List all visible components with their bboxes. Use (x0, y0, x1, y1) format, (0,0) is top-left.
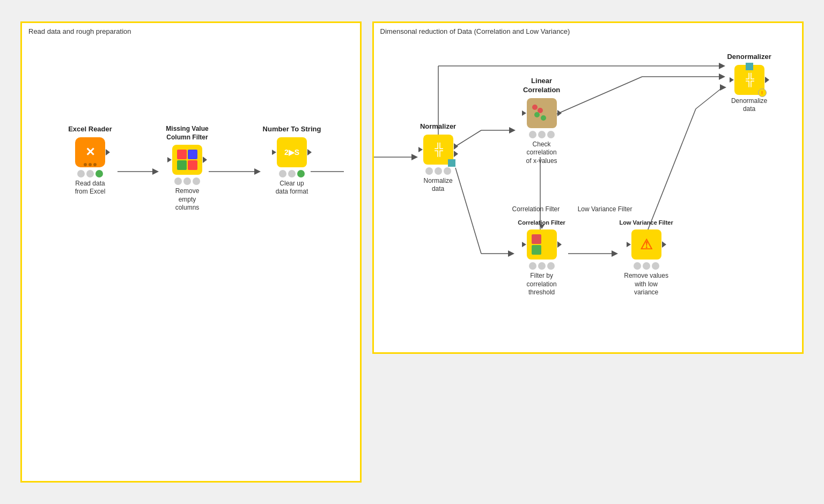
svg-marker-3 (254, 168, 261, 175)
status-dot-2 (288, 170, 296, 177)
panel-left-title: Read data and rough preparation (28, 27, 131, 35)
panel-left: Read data and rough preparation Excel Re… (20, 21, 362, 483)
status-dot-1 (529, 262, 536, 270)
missing-value-label-top: Missing ValueColumn Filter (166, 125, 208, 142)
normalizer-label-top: Normalizer (420, 122, 456, 131)
excel-icon-symbol: ✕ (85, 145, 95, 159)
filter-group-label: Correlation Filter Low Variance Filter (512, 205, 652, 213)
excel-reader-status (77, 170, 103, 177)
normalizer-label-bottom: Normalizedata (424, 177, 453, 194)
missing-value-icon[interactable] (172, 145, 202, 175)
linear-correlation-status (529, 131, 555, 138)
node-correlation-filter[interactable]: Correlation Filter Filter bycorrelationt… (512, 219, 571, 297)
normalizer-port-right-1 (454, 143, 458, 150)
status-dot-1 (425, 167, 433, 175)
status-dot-3 (547, 262, 555, 270)
status-dot-2 (538, 131, 546, 138)
number-to-string-icon[interactable]: 2▶S (277, 137, 307, 167)
denormalizer-label-top: Denormalizer (727, 53, 771, 62)
normalizer-port-right-2 (454, 151, 458, 157)
node-number-to-string[interactable]: Number To String 2▶S Clear updata format (262, 125, 321, 196)
missing-value-status (174, 177, 200, 185)
teal-badge-top (746, 63, 753, 70)
status-dot-3 (547, 131, 555, 138)
number-to-string-symbol: 2▶S (284, 148, 299, 157)
correlation-filter-status (529, 262, 555, 270)
number-to-string-status (279, 170, 305, 177)
correlation-filter-label-bottom: Filter bycorrelationthreshold (527, 272, 557, 297)
status-dot-3 (652, 262, 659, 270)
status-dot-3 (95, 170, 103, 177)
excel-reader-label-bottom: Read datafrom Excel (75, 180, 106, 196)
correlation-filter-icon[interactable] (527, 229, 557, 260)
low-variance-icon[interactable]: ⚠ (631, 229, 661, 260)
denormalizer-symbol: ╬ (746, 73, 753, 87)
status-dot-3 (193, 177, 200, 185)
normalizer-status (425, 167, 451, 175)
status-dot-2 (183, 177, 191, 185)
node-low-variance-filter[interactable]: Low Variance Filter ⚠ Remove valueswith … (614, 219, 679, 297)
low-variance-status (634, 262, 659, 270)
normalizer-symbol: ╬ (435, 143, 442, 157)
normalizer-icon[interactable]: ╬ (423, 135, 453, 165)
normalizer-port-left (418, 147, 423, 152)
status-dot-2 (86, 170, 94, 177)
warning-badge: ! (758, 88, 767, 97)
panel-right-title: Dimensonal reduction of Data (Correlatio… (380, 27, 570, 35)
linear-correlation-icon[interactable] (527, 98, 557, 128)
status-dot-2 (643, 262, 650, 270)
low-variance-label-top: Low Variance Filter (619, 219, 673, 226)
status-dot-1 (174, 177, 182, 185)
status-dot-1 (634, 262, 641, 270)
status-dot-1 (529, 131, 536, 138)
canvas: Read data and rough preparation Excel Re… (10, 11, 814, 493)
status-dot-3 (297, 170, 305, 177)
left-connections (22, 23, 360, 481)
number-to-string-label-bottom: Clear updata format (276, 180, 308, 196)
node-linear-correlation[interactable]: Linear Correlation Checkcorrelationof x-… (512, 77, 571, 166)
node-denormalizer[interactable]: Denormalizer ╬ ! Denormalizedata (720, 53, 779, 114)
linear-correlation-label-top: Linear Correlation (512, 77, 571, 95)
denormalizer-label-bottom: Denormalizedata (731, 97, 767, 114)
status-dot-2 (435, 167, 442, 175)
node-missing-value[interactable]: Missing ValueColumn Filter Removeemptyco… (160, 125, 214, 212)
denormalizer-icon[interactable]: ╬ ! (734, 65, 764, 95)
status-dot-3 (444, 167, 451, 175)
panel-right: Dimensonal reduction of Data (Correlatio… (372, 21, 804, 354)
warning-symbol: ⚠ (640, 236, 652, 253)
number-to-string-label-top: Number To String (263, 125, 321, 134)
svg-line-17 (645, 109, 696, 238)
node-normalizer[interactable]: Normalizer ╬ Normalizedata (414, 122, 462, 194)
low-variance-label-bottom: Remove valueswith lowvariance (624, 272, 668, 297)
excel-reader-icon[interactable]: ✕ (75, 137, 105, 167)
status-dot-1 (279, 170, 286, 177)
teal-badge (448, 159, 455, 167)
status-dot-2 (538, 262, 546, 270)
missing-value-label-bottom: Removeemptycolumns (175, 187, 200, 212)
linear-correlation-label-bottom: Checkcorrelationof x-values (526, 140, 557, 166)
status-dot-1 (77, 170, 85, 177)
node-excel-reader[interactable]: Excel Reader ✕ Read datafrom Excel (66, 125, 114, 196)
excel-reader-label-top: Excel Reader (68, 125, 112, 134)
svg-marker-1 (152, 168, 159, 175)
svg-line-18 (696, 87, 723, 109)
